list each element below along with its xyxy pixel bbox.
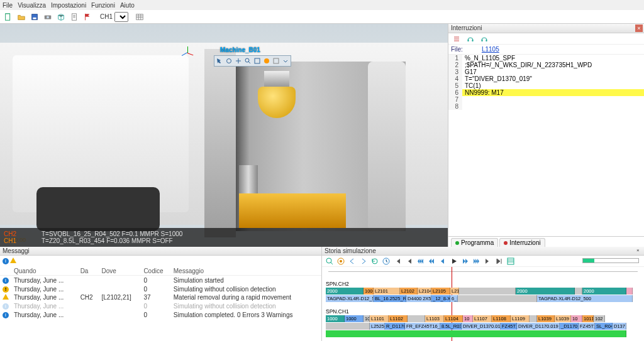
menu-functions[interactable]: Funzioni <box>91 2 115 9</box>
vp-select-icon[interactable] <box>215 57 224 65</box>
flag-icon[interactable] <box>82 11 93 23</box>
close-icon[interactable]: × <box>635 24 643 32</box>
timeline-segment[interactable]: D4400 2X52 <box>406 295 431 302</box>
timeline-segment[interactable]: 100 <box>364 315 370 322</box>
file-name-link[interactable]: L1105 <box>482 46 499 53</box>
track-ch2-tools[interactable]: TAGPAD-XL4R-D12_500BL_16.2525_R12D4400 2… <box>326 295 640 302</box>
timeline-segment[interactable]: L2101 <box>374 288 400 295</box>
tl-skip-first-icon[interactable] <box>392 256 402 266</box>
camera-icon[interactable] <box>42 11 53 23</box>
timeline-segment[interactable]: L2525 <box>370 323 385 330</box>
timeline-segment[interactable]: 6_F <box>450 295 458 302</box>
timeline-segment[interactable]: 8.5L_R03 <box>440 323 462 330</box>
vp-fit-icon[interactable] <box>253 57 262 65</box>
box-icon[interactable] <box>55 11 67 23</box>
timeline-segment[interactable]: L2105 <box>431 288 450 295</box>
timeline-segment[interactable]: FR_EFZ45T16_00 <box>405 323 440 330</box>
menu-help[interactable]: Aiuto <box>120 2 135 9</box>
code-line[interactable]: 4T="DIVER_D1370_019" <box>448 75 644 82</box>
timeline-segment[interactable]: _D1170 <box>560 323 579 330</box>
timeline-segment[interactable]: DIVER_D1170.019 <box>517 323 560 330</box>
vp-wire-icon[interactable] <box>272 57 280 65</box>
code-line[interactable]: 7 <box>448 96 644 103</box>
tl-skip-last-icon[interactable] <box>494 256 504 266</box>
message-row[interactable]: iThursday, June ...0Simulation started <box>0 276 321 285</box>
track-ch2-programs[interactable]: 20001000L2101L2102L2104L2105L21062000200… <box>326 288 640 295</box>
code-line[interactable]: 2;$PATH=/_N_WKS_DIR/_N_223735H1_WPD <box>448 62 644 68</box>
timeline-segment[interactable]: L1108 <box>492 315 511 322</box>
timeline-segment[interactable]: L1104 <box>444 315 463 322</box>
tl-zoom-icon[interactable] <box>325 256 335 266</box>
new-file-icon[interactable] <box>3 11 14 23</box>
filter-info-icon[interactable]: i <box>3 258 9 264</box>
timeline-segment[interactable] <box>626 288 633 295</box>
col-where[interactable]: Dove <box>99 267 142 276</box>
code-line[interactable]: 8 <box>448 103 644 110</box>
timeline-segment[interactable] <box>408 315 425 322</box>
close-icon[interactable]: × <box>636 247 643 254</box>
timeline-segment[interactable]: L1102 <box>389 315 408 322</box>
tl-skip-prev-icon[interactable] <box>404 256 414 266</box>
timeline-segment[interactable]: D137 <box>613 323 626 330</box>
timeline-segment[interactable]: 102 <box>594 315 605 322</box>
timeline-segment[interactable]: R_D1170 <box>385 323 405 330</box>
timeline-segment[interactable]: 2000 <box>582 288 626 295</box>
save-icon[interactable] <box>29 11 40 23</box>
timeline-segment[interactable] <box>459 288 516 295</box>
headphones-green2-icon[interactable] <box>479 33 490 45</box>
timeline-segment[interactable]: L2102 <box>400 288 418 295</box>
col-from[interactable]: Da <box>78 267 99 276</box>
tl-rew2-icon[interactable] <box>426 256 436 266</box>
headphones-green-icon[interactable] <box>465 33 476 45</box>
col-code[interactable]: Codice <box>141 267 170 276</box>
tab-programma[interactable]: Programma <box>451 238 498 247</box>
code-line[interactable]: 1%_N_L1105_SPF <box>448 55 644 62</box>
timeline-segment[interactable]: DIVER_D1370.019 <box>462 323 501 330</box>
tl-step-back-icon[interactable] <box>438 256 448 266</box>
track-ch1-programs[interactable]: 10001000100L1101L1102L1103L110410L1107L1… <box>326 315 640 322</box>
timeline-segment[interactable]: 1000 <box>345 315 364 322</box>
timeline-segment[interactable]: TAGPAD-XL4R-D12_500 <box>537 295 633 302</box>
list-icon[interactable] <box>451 33 462 45</box>
doc-icon[interactable] <box>69 11 80 23</box>
timeline-segment[interactable] <box>326 323 370 330</box>
message-row[interactable]: iThursday, June ...0Simulation completed… <box>0 310 321 319</box>
timeline-segment[interactable]: L1101 <box>370 315 389 322</box>
3d-viewport[interactable]: Machine_B01 00:00:00 CH2T=SVQBL_16_25_R0… <box>0 24 448 247</box>
timeline-segment[interactable]: BL_16.2525_R12 <box>374 295 406 302</box>
vp-shade-icon[interactable] <box>262 57 271 65</box>
timeline-segment[interactable]: 2000 <box>516 288 575 295</box>
menu-view[interactable]: Visualizza <box>18 2 46 9</box>
open-folder-icon[interactable] <box>16 11 27 23</box>
channel-select[interactable] <box>114 12 128 22</box>
vp-more-icon[interactable] <box>281 57 290 65</box>
timeline-segment[interactable]: L2106 <box>450 288 459 295</box>
col-msg[interactable]: Messaggio <box>171 267 321 276</box>
timeline-segment[interactable] <box>575 288 582 295</box>
tl-rew3-icon[interactable] <box>415 256 425 266</box>
tl-ff2-icon[interactable] <box>460 256 470 266</box>
tl-right-icon[interactable] <box>358 256 369 266</box>
tl-play-icon[interactable] <box>449 256 459 266</box>
grid-icon[interactable] <box>134 11 145 23</box>
tl-left-icon[interactable] <box>347 256 357 266</box>
timeline-segment[interactable]: 1000 <box>364 288 374 295</box>
message-row[interactable]: Thursday, June ...CH2[L2102,21]37Materia… <box>0 293 321 301</box>
vp-pan-icon[interactable] <box>234 57 243 65</box>
timeline-segment[interactable]: L1039 <box>555 315 571 322</box>
timeline[interactable]: SPN.CH2 20001000L2101L2102L2104L2105L210… <box>322 267 644 341</box>
track-ch1-tools[interactable]: L2525R_D1170FR_EFZ45T16_008.5L_R03DIVER_… <box>326 323 640 330</box>
timeline-segment[interactable]: 1011 <box>582 315 594 322</box>
timeline-segment[interactable]: L1039 <box>537 315 555 322</box>
tl-clock-icon[interactable] <box>381 256 391 266</box>
filter-warning-icon[interactable] <box>10 257 18 265</box>
code-editor[interactable]: 1%_N_L1105_SPF2;$PATH=/_N_WKS_DIR/_N_223… <box>448 55 644 236</box>
timeline-segment[interactable]: 10 <box>463 315 473 322</box>
vp-zoom-icon[interactable] <box>243 57 252 65</box>
menu-settings[interactable]: Impostazioni <box>51 2 86 9</box>
tl-skip-next-icon[interactable] <box>483 256 493 266</box>
timeline-segment[interactable]: FZ45T1 <box>579 323 595 330</box>
vp-rotate-icon[interactable] <box>225 57 233 65</box>
track-ch1-green[interactable] <box>326 330 640 337</box>
timeline-segment[interactable] <box>458 295 537 302</box>
